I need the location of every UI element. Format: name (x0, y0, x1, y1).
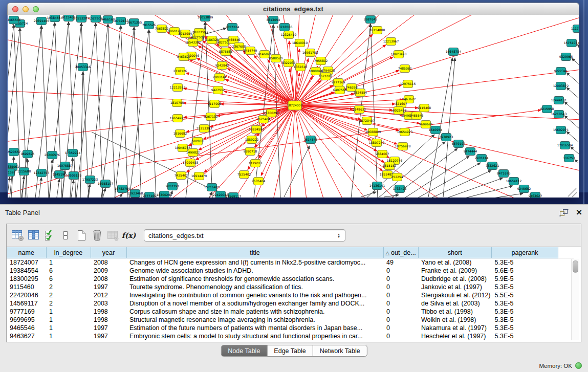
table-row[interactable]: 1872400712008Changes of HCN gene express… (7, 258, 574, 267)
table-cell: 9463627 (7, 332, 46, 340)
tab-network-table[interactable]: Network Table (313, 345, 367, 356)
network-file-select[interactable]: citations_edges.txt▴▾ (144, 229, 345, 242)
graph-edge (295, 105, 579, 198)
table-cell: Estimation of the future numbers of pati… (126, 324, 383, 332)
function-builder-icon[interactable]: f(x) (121, 228, 137, 243)
table-cell: 0 (383, 299, 418, 308)
graph-node-label: 15692971 (553, 128, 569, 132)
graph-node-label: 9465546 (8, 18, 21, 21)
column-header-name[interactable]: name (7, 247, 46, 258)
graph-edge (96, 23, 103, 198)
table-cell: 0 (383, 291, 418, 299)
table-cell: 22420046 (7, 291, 46, 299)
graph-edge (108, 24, 115, 198)
table-cell: Investigating the contribution of common… (126, 291, 383, 299)
table-row[interactable]: 1830029562008Estimation of significance … (7, 275, 574, 283)
graph-node-label: 9227341 (554, 69, 568, 73)
table-panel: Table Panel × f(x)citations_edges.txt▴▾ … (0, 204, 588, 372)
table-cell: 0 (383, 308, 418, 316)
graph-node-label: 15834591 (249, 127, 265, 131)
network-canvas[interactable]: 2405572420691406193845549115460105532871… (8, 15, 579, 198)
delete-column-icon[interactable] (89, 228, 105, 243)
close-panel-button[interactable]: × (576, 206, 582, 218)
table-scrollbar[interactable] (571, 259, 579, 340)
table-cell: Structural magnetic resonance image aver… (126, 316, 383, 324)
node-table-grid: namein_degreeyeartitle△out_de...shortpag… (7, 247, 574, 340)
window-titlebar[interactable]: citations_edges.txt (7, 3, 579, 15)
graph-node-label: 7525402 (237, 172, 251, 176)
graph-node-label: 15720407 (359, 119, 375, 122)
select-columns-icon[interactable] (41, 228, 57, 243)
graph-node-label: 15716485 (204, 185, 220, 189)
tab-edge-table[interactable]: Edge Table (267, 345, 313, 356)
row-height-icon[interactable] (57, 228, 73, 243)
resize-grip[interactable] (568, 188, 577, 197)
table-row[interactable]: 969969511998Structural magnetic resonanc… (7, 316, 574, 324)
network-graph[interactable]: 2405572420691406193845549115460105532871… (8, 15, 579, 198)
graph-node-label: 1615152 (383, 164, 397, 167)
graph-node-label: 20206576 (45, 153, 60, 157)
graph-edge (57, 179, 59, 198)
graph-node-label: 9463627 (177, 55, 191, 58)
graph-node-label: 1990044 (309, 69, 323, 73)
show-columns-icon[interactable] (26, 228, 41, 243)
close-window-button[interactable] (12, 6, 18, 12)
table-row[interactable]: 1938455462009Genome-wide association stu… (7, 267, 574, 275)
graph-node-label: 12444131 (551, 98, 567, 102)
zoom-window-button[interactable] (33, 6, 39, 12)
graph-node-label: 1859222 (245, 138, 259, 141)
table-cell: 19384554 (7, 267, 46, 275)
column-header-pagerank[interactable]: pagerank (492, 247, 558, 258)
window-title: citations_edges.txt (8, 5, 579, 13)
memory-indicator-icon[interactable] (575, 362, 582, 369)
table-scrollbar-thumb[interactable] (573, 260, 578, 273)
column-header-out_de[interactable]: △out_de... (383, 247, 418, 258)
graph-node-label: 18640910 (292, 41, 308, 45)
table-cell: 6 (46, 275, 91, 283)
graph-node-label: 10756928 (395, 144, 411, 148)
table-row[interactable]: 946554611997Estimation of the future num… (7, 324, 574, 332)
table-row[interactable]: 2242004622012Investigating the contribut… (7, 291, 574, 299)
graph-node-label: 16782759 (115, 187, 130, 190)
table-row[interactable]: 1456911722003Disruption of a novel membe… (7, 299, 574, 308)
graph-node-label: 6794028 (321, 69, 335, 72)
graph-node-label: 252254 (391, 175, 403, 179)
graph-node-label: 10688809 (365, 130, 381, 134)
table-cell: 1 (46, 316, 91, 324)
graph-node-label: 8267130 (204, 115, 218, 118)
column-header-in_degree[interactable]: in_degree (46, 247, 91, 258)
graph-node-label: 2367608 (232, 45, 246, 48)
table-panel-title: Table Panel (5, 209, 40, 216)
graph-node-label: 19654923 (397, 130, 413, 134)
table-cell: Disruption of a novel member of a sodium… (126, 299, 383, 308)
graph-node-label: 9329965 (559, 55, 573, 58)
column-header-title[interactable]: title (126, 247, 383, 258)
import-table-icon[interactable] (105, 228, 121, 243)
graph-node-label: 5875685 (219, 50, 233, 53)
graph-node-label: 7485063 (398, 67, 412, 70)
table-row[interactable]: 946362711997Embryonic stem cells: a mode… (7, 332, 574, 340)
table-cell: Embryonic stem cells: a model to study s… (126, 332, 383, 340)
graph-node-label: 2520657 (8, 150, 21, 154)
graph-node-label: 391597 (8, 170, 16, 174)
graph-node-label: 12325419 (281, 33, 297, 36)
table-cell: 0 (383, 275, 418, 283)
table-row[interactable]: 911546021997Tourette syndrome. Phenomeno… (7, 283, 574, 291)
table-mode-icon[interactable] (10, 228, 26, 243)
table-cell: de Silva et al. (2003) (418, 299, 492, 308)
tab-node-table[interactable]: Node Table (221, 345, 267, 356)
column-header-year[interactable]: year (91, 247, 126, 258)
minimize-window-button[interactable] (23, 6, 29, 12)
graph-node-label: 10654112 (506, 179, 522, 183)
table-cell: 5.3E-5 (492, 283, 558, 291)
traffic-lights (8, 6, 39, 12)
float-panel-icon[interactable] (559, 209, 569, 217)
column-header-short[interactable]: short (418, 247, 492, 258)
graph-node-label: 9465546 (410, 114, 424, 117)
graph-node-label: 1145190 (53, 172, 67, 176)
graph-node-label: 16975887 (57, 164, 73, 167)
table-row[interactable]: 977716911998Corpus callosum shape and si… (7, 308, 574, 316)
graph-node-label: 1810755 (170, 101, 184, 104)
new-column-icon[interactable] (73, 228, 89, 243)
graph-node-label: 1117534 (571, 27, 579, 30)
